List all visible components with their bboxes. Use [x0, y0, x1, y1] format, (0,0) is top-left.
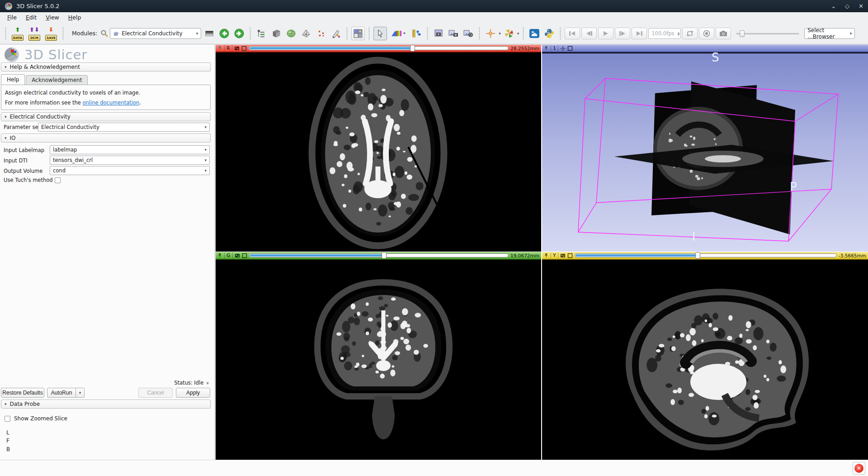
threed-scene[interactable]: S P I: [542, 53, 868, 252]
save-button[interactable]: ⬇ SAVE: [43, 26, 59, 41]
error-log-button[interactable]: ✕: [853, 462, 865, 475]
data-probe-layer-f: F: [6, 438, 9, 444]
ruler-annotations-button[interactable]: [410, 27, 423, 40]
sequence-snapshot-button[interactable]: [716, 28, 731, 39]
autorun-button[interactable]: AutoRun: [47, 388, 76, 398]
python-console-button[interactable]: [542, 27, 556, 40]
red-slice-view[interactable]: R 28.2552mm: [216, 45, 541, 252]
module-search-icon[interactable]: [100, 29, 108, 38]
sequence-browser-combobox[interactable]: Select ...Browser ▾: [804, 28, 855, 39]
tab-help[interactable]: Help: [1, 74, 25, 85]
crosshair-button[interactable]: [484, 27, 497, 40]
module-selector-combobox[interactable]: Electrical Conductivity ▾: [110, 28, 201, 39]
module-back-button[interactable]: [217, 27, 231, 40]
slider-thumb[interactable]: [740, 30, 745, 37]
models-button[interactable]: [299, 27, 313, 40]
sagittal-slice-image[interactable]: [542, 261, 868, 460]
menu-help[interactable]: Help: [65, 13, 85, 22]
sequence-record-button[interactable]: [699, 28, 714, 39]
sequence-loop-button[interactable]: [682, 28, 698, 39]
output-volume-combobox[interactable]: cond ▾: [50, 166, 210, 175]
red-slice-slider[interactable]: [249, 46, 509, 51]
sequence-next-frame-button[interactable]: [615, 28, 630, 39]
input-labelmap-combobox[interactable]: labelmap ▾: [50, 145, 210, 154]
module-forward-button[interactable]: [232, 27, 246, 40]
pin-icon[interactable]: [217, 253, 222, 258]
crosshair-menu-arrow[interactable]: ▾: [499, 31, 501, 36]
io-section-header[interactable]: ▾ IO: [1, 133, 211, 143]
sequence-slider[interactable]: [736, 29, 799, 38]
frame-icon[interactable]: [567, 46, 573, 51]
markups-button[interactable]: [314, 27, 328, 40]
layout-selector-button[interactable]: [351, 27, 365, 40]
pinwheel-menu-arrow[interactable]: ▾: [517, 31, 519, 36]
parameter-set-combobox[interactable]: Electrical Conductivity ▾: [38, 123, 210, 132]
pin-icon[interactable]: [544, 253, 549, 258]
use-tuchs-method-checkbox[interactable]: [55, 177, 61, 183]
dicom-button[interactable]: ⬆⬇ DCM: [27, 26, 42, 41]
module-history-button[interactable]: [203, 27, 216, 40]
center-3d-view-icon[interactable]: [560, 46, 566, 51]
cancel-button[interactable]: Cancel: [138, 388, 173, 398]
scene-view-restore-button[interactable]: [462, 27, 475, 40]
menu-edit[interactable]: Edit: [22, 13, 40, 22]
slice-visibility-icon[interactable]: [234, 46, 240, 51]
autorun-menu-button[interactable]: ▾: [75, 388, 85, 398]
sequence-first-frame-button[interactable]: [565, 28, 580, 39]
subject-hierarchy-button[interactable]: [255, 27, 268, 40]
green-slice-slider[interactable]: [249, 253, 509, 258]
show-zoomed-slice-checkbox[interactable]: [5, 416, 10, 422]
online-documentation-link[interactable]: online documentation: [82, 100, 139, 106]
menu-file[interactable]: File: [4, 13, 20, 22]
pin-icon[interactable]: [544, 46, 549, 51]
close-button[interactable]: ✕: [859, 3, 863, 10]
input-dti-combobox[interactable]: tensors_dwi_crl ▾: [50, 156, 210, 165]
spin-down-icon[interactable]: ▼: [678, 33, 680, 36]
slice-visibility-icon[interactable]: [560, 253, 566, 258]
menu-view[interactable]: View: [42, 13, 63, 22]
maximize-button[interactable]: ◇: [845, 3, 849, 10]
module-section-header[interactable]: ▾ Electrical Conductivity: [1, 112, 211, 121]
slider-handle[interactable]: [695, 252, 700, 259]
data-probe-section-header[interactable]: ▾ Data Probe: [1, 400, 211, 409]
step-backward-icon: [585, 31, 593, 36]
slice-frame-icon[interactable]: [242, 253, 247, 258]
fps-spinbox[interactable]: 100.0fps ▲▼: [648, 28, 681, 39]
extensions-manager-button[interactable]: [528, 27, 541, 40]
sequence-previous-frame-button[interactable]: [581, 28, 597, 39]
yellow-slice-slider[interactable]: [575, 253, 837, 258]
volume-rendering-button[interactable]: [284, 27, 298, 40]
apply-button[interactable]: Apply: [176, 388, 210, 398]
transforms-button[interactable]: [329, 27, 343, 40]
chevron-down-icon: ▾: [204, 125, 207, 129]
help-text-frame: Assign electrical conductivity to voxels…: [1, 85, 211, 110]
help-acknowledgement-section-header[interactable]: ▾ Help & Acknowledgement: [1, 62, 211, 71]
tab-acknowledgement[interactable]: Acknowledgement: [26, 75, 88, 85]
volumes-button[interactable]: [269, 27, 283, 40]
mouse-interaction-button[interactable]: [373, 27, 387, 40]
slice-intersections-button[interactable]: [502, 27, 516, 40]
load-data-button[interactable]: ⬆ DATA: [10, 26, 25, 41]
slice-visibility-icon[interactable]: [235, 253, 240, 258]
status-expand-icon[interactable]: »: [205, 381, 211, 385]
pin-icon[interactable]: [217, 46, 222, 51]
sequence-last-frame-button[interactable]: [632, 28, 647, 39]
yellow-slice-view[interactable]: Y -3.5665mm: [542, 252, 868, 460]
threed-view[interactable]: 1: [542, 45, 868, 252]
screenshot-button[interactable]: [432, 27, 445, 40]
sequence-play-button[interactable]: [598, 28, 613, 39]
toolbar-handle[interactable]: [4, 27, 7, 40]
crosshair-icon: [486, 29, 495, 38]
restore-defaults-button[interactable]: Restore Defaults: [1, 388, 44, 398]
axial-slice-image[interactable]: [216, 53, 541, 252]
toolbar-separator: [559, 27, 562, 40]
green-slice-view[interactable]: G 19.0672mm: [216, 252, 541, 460]
slider-handle[interactable]: [382, 252, 387, 259]
slice-frame-icon[interactable]: [567, 253, 573, 258]
coronal-slice-image[interactable]: [216, 261, 541, 460]
minimize-button[interactable]: ⌄: [831, 3, 836, 10]
window-level-button[interactable]: [388, 27, 408, 40]
slice-frame-icon[interactable]: [241, 46, 247, 51]
scene-view-capture-button[interactable]: [447, 27, 460, 40]
slider-handle[interactable]: [410, 45, 415, 52]
